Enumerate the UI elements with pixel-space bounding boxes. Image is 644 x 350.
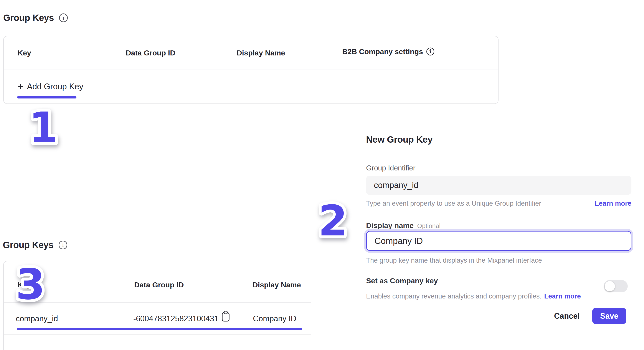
group-keys-table-card: Key Data Group ID Display Name B2B Compa… — [3, 36, 498, 104]
set-company-key-label: Set as Company key — [366, 277, 438, 285]
b2b-settings-label: B2B Company settings — [342, 47, 423, 56]
annotation-underline-add-key — [17, 96, 76, 98]
company-key-helper: Enables company revenue analytics and co… — [366, 292, 542, 300]
step-1-badge: 1 — [13, 102, 74, 156]
save-button[interactable]: Save — [592, 308, 626, 324]
key-cell: company_id — [16, 314, 58, 323]
page: { "colors": { "accent": "#5348e8", "inpu… — [0, 0, 644, 350]
learn-more-link[interactable]: Learn more — [595, 200, 632, 207]
column-header-display-name: Display Name — [252, 281, 301, 289]
info-icon[interactable]: i — [426, 47, 435, 56]
info-icon[interactable]: i — [58, 13, 68, 23]
add-group-key-label: Add Group Key — [27, 82, 84, 91]
display-name-label-row: Display nameOptional — [366, 221, 440, 230]
display-name-cell: Company ID — [253, 314, 296, 323]
group-identifier-helper: Type an event property to use as a Uniqu… — [366, 200, 541, 207]
column-header-b2b-settings: B2B Company settings i — [342, 47, 435, 56]
step-2-badge: 2 — [302, 196, 363, 250]
svg-text:i: i — [62, 242, 64, 248]
column-header-data-group-id: Data Group ID — [126, 49, 176, 57]
company-key-helper-row: Enables company revenue analytics and co… — [366, 292, 632, 300]
display-name-helper-row: The group key name that displays in the … — [366, 257, 632, 264]
plus-icon: + — [18, 82, 24, 92]
column-header-key: Key — [18, 49, 31, 57]
display-name-label: Display name — [366, 221, 414, 230]
svg-text:2: 2 — [318, 196, 348, 245]
panel-title: New Group Key — [366, 134, 432, 145]
new-group-key-panel: New Group Key Group Identifier Type an e… — [366, 136, 632, 336]
group-identifier-label: Group Identifier — [366, 164, 415, 172]
bottom-section-heading: Group Keys i — [3, 240, 68, 250]
learn-more-link-company-key[interactable]: Learn more — [544, 292, 581, 300]
column-header-display-name: Display Name — [237, 49, 285, 57]
svg-text:1: 1 — [29, 103, 58, 152]
toggle-knob — [605, 281, 615, 291]
display-name-input[interactable] — [366, 231, 632, 251]
svg-text:i: i — [62, 15, 64, 21]
group-identifier-helper-row: Type an event property to use as a Uniqu… — [366, 200, 632, 207]
cancel-button[interactable]: Cancel — [554, 311, 580, 321]
form-actions: Cancel Save — [554, 308, 626, 324]
top-section-heading: Group Keys i — [3, 13, 68, 23]
svg-text:3: 3 — [16, 260, 45, 309]
group-keys-title: Group Keys — [3, 13, 54, 23]
display-name-helper: The group key name that displays in the … — [366, 257, 542, 264]
group-keys-title-2: Group Keys — [3, 240, 54, 250]
annotation-underline-row — [17, 328, 302, 330]
info-icon[interactable]: i — [58, 240, 68, 250]
company-key-toggle[interactable] — [604, 280, 628, 292]
column-header-data-group-id: Data Group ID — [134, 281, 184, 289]
step-3-badge: 3 — [0, 259, 61, 313]
optional-tag: Optional — [417, 222, 440, 229]
group-identifier-input[interactable] — [366, 176, 632, 195]
svg-text:i: i — [430, 49, 432, 55]
data-group-id-cell: -6004783125823100431 — [133, 314, 218, 323]
copy-icon[interactable] — [221, 310, 230, 323]
row-divider — [4, 334, 311, 334]
